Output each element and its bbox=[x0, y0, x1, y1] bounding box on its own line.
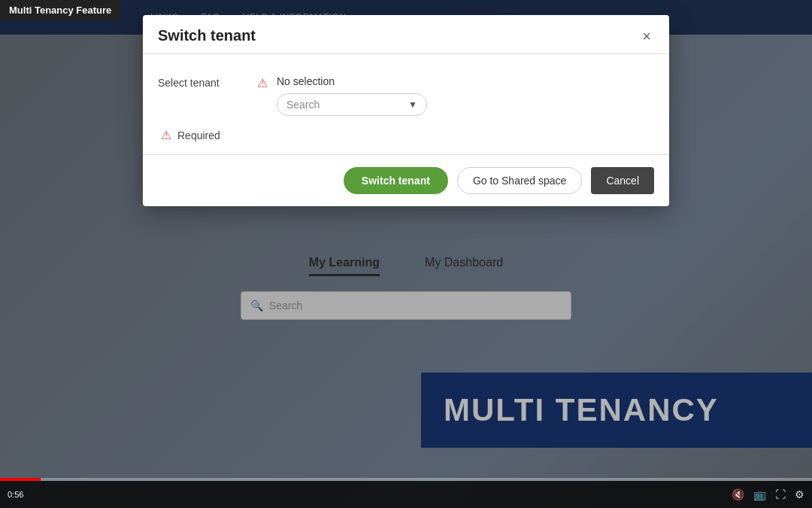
required-warning-icon: ⚠ bbox=[161, 128, 171, 142]
no-selection-text: No selection bbox=[277, 72, 654, 87]
fullscreen-icon[interactable]: ⛶ bbox=[775, 488, 786, 500]
cast-icon[interactable]: 📺 bbox=[753, 488, 766, 500]
modal-footer: Switch tenant Go to Shared space Cancel bbox=[143, 154, 669, 206]
modal-body: Select tenant ⚠ No selection Search ▼ ⚠ … bbox=[143, 54, 669, 154]
settings-icon[interactable]: ⚙ bbox=[795, 488, 804, 500]
controls-right: 🔇 📺 ⛶ ⚙ bbox=[732, 488, 804, 500]
select-tenant-label: Select tenant bbox=[158, 72, 248, 89]
switch-tenant-modal: Switch tenant × Select tenant ⚠ No selec… bbox=[143, 15, 669, 206]
required-row: ⚠ Required bbox=[161, 128, 654, 142]
tenant-search-dropdown[interactable]: Search ▼ bbox=[277, 93, 427, 116]
modal-header: Switch tenant × bbox=[143, 15, 669, 54]
required-text: Required bbox=[177, 129, 220, 141]
tenant-search-text: Search bbox=[286, 99, 402, 111]
required-error-icon: ⚠ bbox=[257, 76, 268, 90]
dropdown-arrow-icon: ▼ bbox=[408, 99, 417, 110]
tenant-field-group: No selection Search ▼ bbox=[277, 72, 654, 116]
video-title: Multi Tenancy Feature bbox=[0, 0, 120, 20]
go-to-shared-space-button[interactable]: Go to Shared space bbox=[457, 167, 583, 194]
switch-tenant-button[interactable]: Switch tenant bbox=[344, 167, 448, 194]
video-timestamp: 0:56 bbox=[8, 490, 23, 499]
modal-close-button[interactable]: × bbox=[639, 29, 654, 44]
video-controls-bar: 0:56 🔇 📺 ⛶ ⚙ bbox=[0, 481, 812, 508]
select-tenant-row: Select tenant ⚠ No selection Search ▼ bbox=[158, 72, 654, 116]
modal-title: Switch tenant bbox=[158, 27, 256, 44]
volume-icon[interactable]: 🔇 bbox=[732, 488, 744, 500]
cancel-button[interactable]: Cancel bbox=[591, 167, 654, 194]
modal-overlay: Switch tenant × Select tenant ⚠ No selec… bbox=[0, 0, 812, 481]
